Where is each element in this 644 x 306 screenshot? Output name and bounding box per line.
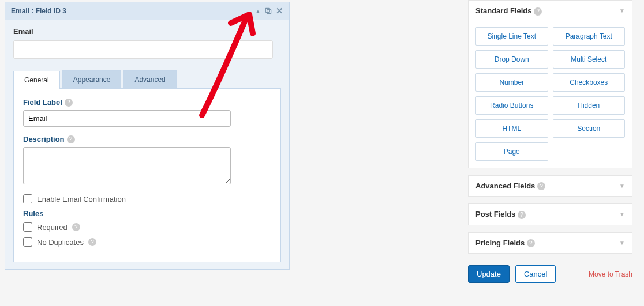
advanced-fields-panel: Advanced Fields ? ▼ [468,175,632,197]
pricing-fields-header[interactable]: Pricing Fields ? ▼ [469,233,632,254]
post-fields-panel: Post Fields ? ▼ [468,203,632,225]
svg-rect-1 [265,8,269,12]
rules-heading: Rules [23,209,271,218]
svg-rect-0 [267,10,271,14]
standard-fields-grid: Single Line Text Paragraph Text Drop Dow… [469,21,632,168]
help-icon[interactable]: ? [527,239,535,247]
chevron-down-icon: ▼ [619,7,625,14]
field-header-title: Email : Field ID 3 [11,7,66,15]
tab-general[interactable]: General [13,71,60,89]
cancel-button[interactable]: Cancel [515,265,556,283]
field-btn-single-line[interactable]: Single Line Text [475,27,548,46]
preview-input[interactable] [13,40,273,59]
label-enable-confirm: Enable Email Confirmation [37,195,126,203]
close-icon[interactable]: ✕ [276,6,283,16]
label-no-duplicates: No Duplicates [37,238,84,247]
field-editor-card: Email : Field ID 3 ▲ ✕ Email General App… [5,2,290,270]
help-icon[interactable]: ? [534,7,542,16]
field-btn-hidden[interactable]: Hidden [553,96,626,115]
no-duplicates-checkbox[interactable] [23,237,32,247]
field-btn-number[interactable]: Number [475,73,548,92]
move-to-trash-link[interactable]: Move to Trash [589,270,632,278]
field-btn-dropdown[interactable]: Drop Down [475,50,548,69]
field-btn-paragraph[interactable]: Paragraph Text [553,27,626,46]
post-fields-header[interactable]: Post Fields ? ▼ [469,204,632,225]
tab-appearance[interactable]: Appearance [62,70,122,88]
field-label-input[interactable] [23,110,231,127]
update-button[interactable]: Update [468,265,510,283]
tab-content-general: Field Label ? Description ? Enable Email… [13,89,281,262]
chevron-down-icon: ▼ [619,240,625,246]
pricing-fields-panel: Pricing Fields ? ▼ [468,232,632,254]
enable-confirm-checkbox[interactable] [23,194,32,203]
standard-fields-header[interactable]: Standard Fields ? ▼ [469,1,632,21]
tab-advanced[interactable]: Advanced [123,70,176,88]
required-checkbox[interactable] [23,222,32,232]
field-header: Email : Field ID 3 ▲ ✕ [5,2,289,20]
help-icon[interactable]: ? [72,223,80,231]
field-btn-html[interactable]: HTML [475,119,548,138]
help-icon[interactable]: ? [537,182,545,190]
help-icon[interactable]: ? [67,135,75,143]
field-btn-page[interactable]: Page [475,142,548,161]
collapse-icon[interactable]: ▲ [255,8,261,14]
chevron-down-icon: ▼ [619,183,625,189]
preview-label: Email [13,27,281,36]
label-field-label: Field Label ? [23,98,271,107]
help-icon[interactable]: ? [65,99,73,107]
chevron-down-icon: ▼ [619,211,625,217]
action-row: Update Cancel Move to Trash [468,260,632,283]
field-btn-checkboxes[interactable]: Checkboxes [553,73,626,92]
help-icon[interactable]: ? [88,238,96,246]
field-btn-section[interactable]: Section [553,119,626,138]
field-btn-multiselect[interactable]: Multi Select [553,50,626,69]
field-btn-radio[interactable]: Radio Buttons [475,96,548,115]
help-icon[interactable]: ? [518,211,526,219]
advanced-fields-header[interactable]: Advanced Fields ? ▼ [469,176,632,197]
description-textarea[interactable] [23,147,231,184]
label-description: Description ? [23,135,271,143]
duplicate-icon[interactable] [264,7,272,15]
standard-fields-panel: Standard Fields ? ▼ Single Line Text Par… [468,0,632,168]
tabs: General Appearance Advanced [13,70,281,89]
label-required: Required [37,223,68,232]
